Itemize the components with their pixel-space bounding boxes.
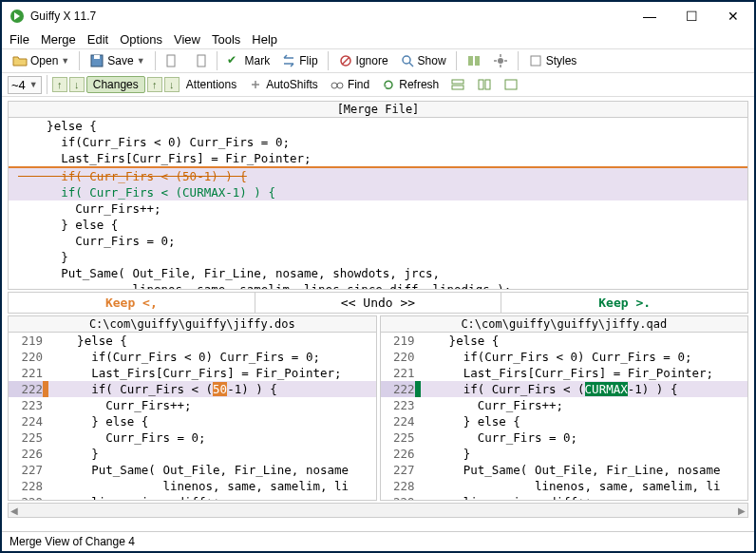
svg-rect-17 — [479, 80, 483, 89]
line-number: 228 — [381, 478, 421, 494]
svg-rect-19 — [505, 80, 517, 89]
disk-icon — [89, 53, 104, 68]
code-line: Curr_Firs++; — [9, 200, 747, 217]
line-number: 225 — [9, 429, 48, 446]
code-line: } — [9, 249, 747, 265]
gear-icon — [493, 53, 508, 68]
horizontal-scrollbar[interactable]: ◀▶ — [8, 503, 748, 518]
code-cell: if(Curr_Firs < 0) Curr_Firs = 0; — [421, 349, 748, 365]
layout-single-button[interactable] — [499, 75, 523, 94]
code-cell: Put_Same( Out_File, Fir_Line, nosame — [421, 462, 748, 478]
code-line: Put_Same( Out_File, Fir_Line, nosame, sh… — [9, 265, 747, 281]
line-number: 225 — [381, 429, 421, 446]
svg-point-14 — [337, 83, 343, 88]
right-panel: C:\com\guiffy\guiffy\jiffy.qad 219 }else… — [380, 315, 749, 501]
diff-token: 50 — [213, 382, 227, 396]
folder-open-icon — [12, 53, 28, 68]
line-number: 228 — [9, 478, 48, 494]
code-cell: } — [421, 446, 748, 462]
code-line: Last_Firs[Curr_Firs] = Fir_Pointer; — [9, 150, 747, 166]
changes-button[interactable]: Changes — [86, 76, 145, 93]
prev-attention-button[interactable]: ↑ — [147, 77, 162, 92]
menu-view[interactable]: View — [174, 32, 200, 47]
menu-options[interactable]: Options — [120, 32, 162, 47]
window-title: Guiffy X 11.7 — [30, 10, 629, 23]
code-cell: if( Curr_Firs < (CURMAX-1) ) { — [421, 381, 748, 397]
toolbar-primary: Open ▼ Save ▼ ✔ Mark Flip Ignore Show St… — [2, 48, 754, 73]
checkmark-icon: ✔ — [227, 53, 242, 68]
copy-left-button[interactable] — [161, 51, 185, 70]
layout-split-v-button[interactable] — [472, 75, 497, 94]
left-code-body[interactable]: 219 }else {220 if(Curr_Firs < 0) Curr_Fi… — [9, 333, 376, 500]
save-button[interactable]: Save ▼ — [85, 51, 149, 70]
prev-change-button[interactable]: ↑ — [52, 77, 67, 92]
svg-rect-18 — [485, 80, 490, 89]
binoculars-icon — [330, 77, 345, 92]
left-panel: C:\com\guiffy\guiffy\jiffy.dos 219 }else… — [8, 315, 377, 501]
right-code-body[interactable]: 219 }else {220 if(Curr_Firs < 0) Curr_Fi… — [381, 333, 748, 500]
nav-dropdown[interactable]: ~4 ▼ — [8, 76, 42, 94]
svg-rect-16 — [452, 86, 463, 89]
line-number: 229 — [381, 494, 421, 500]
menu-file[interactable]: File — [9, 32, 29, 47]
code-line: } else { — [9, 217, 747, 233]
flip-button[interactable]: Flip — [276, 51, 322, 70]
menu-help[interactable]: Help — [252, 32, 277, 47]
svg-line-6 — [342, 57, 350, 65]
layout-split-h-button[interactable] — [445, 75, 470, 94]
line-number: 224 — [381, 413, 421, 429]
chevron-down-icon: ▼ — [61, 56, 69, 66]
line-number: 222 — [381, 381, 421, 397]
magnifier-icon — [400, 53, 415, 68]
code-cell: linenos, same, samelim, li — [48, 478, 376, 494]
svg-line-8 — [409, 63, 413, 67]
mark-button[interactable]: ✔ Mark — [222, 51, 275, 70]
doc-left-icon — [165, 53, 180, 68]
code-cell: lines_since_diff++; — [421, 494, 748, 500]
line-number: 223 — [381, 397, 421, 413]
svg-point-13 — [331, 83, 337, 88]
ignore-button[interactable]: Ignore — [333, 51, 393, 70]
code-cell: } — [48, 446, 376, 462]
undo-button[interactable]: << Undo >> — [255, 293, 502, 313]
refresh-icon — [381, 77, 396, 92]
right-file-path: C:\com\guiffy\guiffy\jiffy.qad — [381, 316, 748, 333]
code-line: linenos, same, samelim, lines_since_diff… — [9, 281, 747, 289]
attentions-button[interactable]: Attentions — [181, 76, 241, 93]
minimize-button[interactable]: — — [629, 3, 671, 29]
menu-tools[interactable]: Tools — [212, 32, 240, 47]
refresh-button[interactable]: Refresh — [376, 75, 444, 94]
code-cell: Last_Firs[Curr_Firs] = Fir_Pointer; — [48, 365, 376, 381]
chevron-down-icon: ▼ — [137, 56, 145, 66]
copy-right-button[interactable] — [187, 51, 212, 70]
autoshifts-button[interactable]: AutoShifts — [243, 75, 323, 94]
open-button[interactable]: Open ▼ — [8, 51, 74, 70]
chevron-down-icon: ▼ — [29, 80, 38, 89]
menu-merge[interactable]: Merge — [41, 32, 76, 47]
code-line: }else { — [9, 118, 747, 134]
next-attention-button[interactable]: ↓ — [164, 77, 180, 92]
tool-btn-b[interactable] — [488, 51, 513, 70]
code-cell: } else { — [48, 413, 376, 429]
doc-right-icon — [192, 53, 207, 68]
keep-left-button[interactable]: Keep <, — [9, 293, 255, 313]
svg-point-11 — [498, 58, 503, 64]
close-button[interactable]: ✕ — [712, 3, 754, 29]
styles-button[interactable]: Styles — [523, 51, 582, 70]
code-line: Curr_Firs = 0; — [9, 233, 747, 249]
show-button[interactable]: Show — [395, 51, 451, 70]
code-cell: }else { — [421, 333, 748, 349]
maximize-button[interactable]: ☐ — [671, 3, 712, 29]
next-change-button[interactable]: ↓ — [69, 77, 85, 92]
keep-right-button[interactable]: Keep >. — [501, 293, 747, 313]
tool-btn-a[interactable] — [462, 51, 486, 70]
svg-rect-2 — [94, 55, 100, 59]
flip-icon — [281, 53, 296, 68]
code-cell: Curr_Firs = 0; — [48, 429, 376, 446]
find-button[interactable]: Find — [325, 75, 374, 94]
split-icon — [466, 53, 482, 68]
layout-single-icon — [503, 77, 519, 92]
merge-code-body[interactable]: }else { if(Curr_Firs < 0) Curr_Firs = 0;… — [9, 118, 747, 289]
menu-edit[interactable]: Edit — [87, 32, 108, 47]
svg-point-7 — [403, 56, 410, 64]
